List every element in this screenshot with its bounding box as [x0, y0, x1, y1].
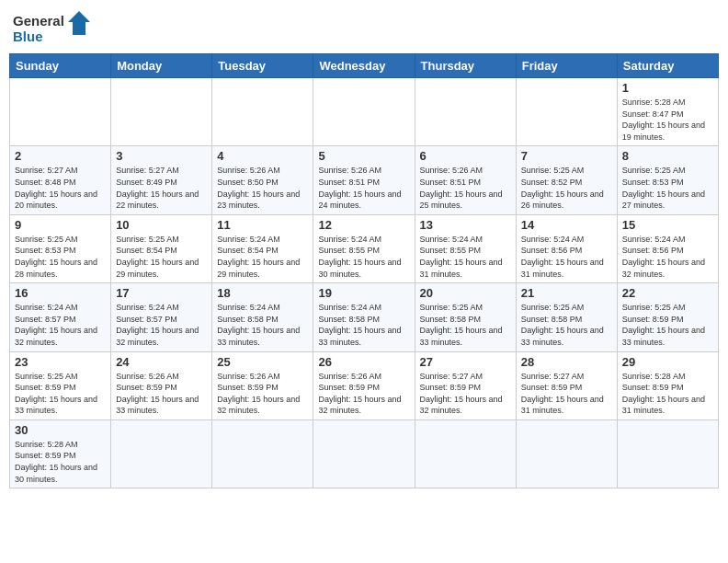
header-saturday: Saturday — [617, 54, 718, 78]
cell-info: Sunrise: 5:24 AM Sunset: 8:58 PM Dayligh… — [217, 302, 308, 348]
calendar-cell — [313, 78, 415, 146]
calendar-cell — [111, 78, 212, 146]
calendar-cell: 26Sunrise: 5:26 AM Sunset: 8:59 PM Dayli… — [313, 351, 415, 419]
calendar-cell: 8Sunrise: 5:25 AM Sunset: 8:53 PM Daylig… — [617, 146, 718, 214]
cell-info: Sunrise: 5:27 AM Sunset: 8:59 PM Dayligh… — [521, 371, 612, 417]
cell-date: 12 — [318, 218, 409, 232]
calendar-cell — [617, 419, 718, 488]
cell-info: Sunrise: 5:26 AM Sunset: 8:59 PM Dayligh… — [116, 371, 207, 417]
cell-info: Sunrise: 5:26 AM Sunset: 8:50 PM Dayligh… — [217, 165, 308, 211]
header: General Blue — [9, 9, 719, 46]
calendar-week-1: 1Sunrise: 5:28 AM Sunset: 8:47 PM Daylig… — [10, 78, 719, 146]
svg-marker-2 — [68, 11, 90, 35]
cell-info: Sunrise: 5:25 AM Sunset: 8:53 PM Dayligh… — [622, 165, 713, 211]
cell-date: 13 — [420, 218, 511, 232]
calendar-cell: 24Sunrise: 5:26 AM Sunset: 8:59 PM Dayli… — [111, 351, 212, 419]
calendar-cell: 1Sunrise: 5:28 AM Sunset: 8:47 PM Daylig… — [617, 78, 718, 146]
calendar-cell: 29Sunrise: 5:28 AM Sunset: 8:59 PM Dayli… — [617, 351, 718, 419]
calendar-cell — [111, 419, 212, 488]
calendar-cell: 3Sunrise: 5:27 AM Sunset: 8:49 PM Daylig… — [111, 146, 212, 214]
calendar-cell: 14Sunrise: 5:24 AM Sunset: 8:56 PM Dayli… — [516, 214, 617, 282]
cell-date: 6 — [420, 149, 511, 163]
cell-info: Sunrise: 5:25 AM Sunset: 8:58 PM Dayligh… — [420, 302, 511, 348]
header-sunday: Sunday — [10, 54, 111, 78]
cell-date: 9 — [15, 218, 106, 232]
cell-info: Sunrise: 5:26 AM Sunset: 8:51 PM Dayligh… — [318, 165, 409, 211]
calendar-cell: 25Sunrise: 5:26 AM Sunset: 8:59 PM Dayli… — [212, 351, 313, 419]
cell-info: Sunrise: 5:24 AM Sunset: 8:55 PM Dayligh… — [420, 234, 511, 280]
header-thursday: Thursday — [415, 54, 516, 78]
cell-info: Sunrise: 5:28 AM Sunset: 8:59 PM Dayligh… — [622, 371, 713, 417]
calendar-cell: 7Sunrise: 5:25 AM Sunset: 8:52 PM Daylig… — [516, 146, 617, 214]
calendar-cell — [212, 419, 313, 488]
cell-info: Sunrise: 5:27 AM Sunset: 8:49 PM Dayligh… — [116, 165, 207, 211]
cell-date: 21 — [521, 286, 612, 300]
calendar-cell: 12Sunrise: 5:24 AM Sunset: 8:55 PM Dayli… — [313, 214, 415, 282]
calendar-week-4: 16Sunrise: 5:24 AM Sunset: 8:57 PM Dayli… — [10, 283, 719, 351]
cell-info: Sunrise: 5:28 AM Sunset: 8:47 PM Dayligh… — [622, 97, 713, 143]
calendar-week-3: 9Sunrise: 5:25 AM Sunset: 8:53 PM Daylig… — [10, 214, 719, 282]
calendar-cell — [516, 78, 617, 146]
calendar-table: Sunday Monday Tuesday Wednesday Thursday… — [9, 53, 719, 488]
calendar-cell: 5Sunrise: 5:26 AM Sunset: 8:51 PM Daylig… — [313, 146, 415, 214]
calendar-cell: 20Sunrise: 5:25 AM Sunset: 8:58 PM Dayli… — [415, 283, 516, 351]
cell-info: Sunrise: 5:27 AM Sunset: 8:59 PM Dayligh… — [420, 371, 511, 417]
cell-info: Sunrise: 5:25 AM Sunset: 8:58 PM Dayligh… — [521, 302, 612, 348]
calendar-week-6: 30Sunrise: 5:28 AM Sunset: 8:59 PM Dayli… — [10, 419, 719, 488]
cell-info: Sunrise: 5:26 AM Sunset: 8:59 PM Dayligh… — [318, 371, 409, 417]
cell-info: Sunrise: 5:28 AM Sunset: 8:59 PM Dayligh… — [15, 439, 106, 485]
cell-date: 20 — [420, 286, 511, 300]
cell-date: 5 — [318, 149, 409, 163]
header-wednesday: Wednesday — [313, 54, 415, 78]
cell-date: 25 — [217, 355, 308, 369]
calendar-cell: 28Sunrise: 5:27 AM Sunset: 8:59 PM Dayli… — [516, 351, 617, 419]
calendar-cell — [415, 419, 516, 488]
calendar-cell: 21Sunrise: 5:25 AM Sunset: 8:58 PM Dayli… — [516, 283, 617, 351]
cell-date: 8 — [622, 149, 713, 163]
logo: General Blue — [13, 9, 96, 46]
cell-info: Sunrise: 5:27 AM Sunset: 8:48 PM Dayligh… — [15, 165, 106, 211]
calendar-cell: 18Sunrise: 5:24 AM Sunset: 8:58 PM Dayli… — [212, 283, 313, 351]
cell-info: Sunrise: 5:25 AM Sunset: 8:52 PM Dayligh… — [521, 165, 612, 211]
calendar-cell: 2Sunrise: 5:27 AM Sunset: 8:48 PM Daylig… — [10, 146, 111, 214]
calendar-cell: 27Sunrise: 5:27 AM Sunset: 8:59 PM Dayli… — [415, 351, 516, 419]
svg-text:Blue: Blue — [13, 29, 43, 44]
calendar-cell: 11Sunrise: 5:24 AM Sunset: 8:54 PM Dayli… — [212, 214, 313, 282]
header-monday: Monday — [111, 54, 212, 78]
calendar-cell: 16Sunrise: 5:24 AM Sunset: 8:57 PM Dayli… — [10, 283, 111, 351]
cell-date: 4 — [217, 149, 308, 163]
cell-date: 10 — [116, 218, 207, 232]
cell-date: 7 — [521, 149, 612, 163]
calendar-week-5: 23Sunrise: 5:25 AM Sunset: 8:59 PM Dayli… — [10, 351, 719, 419]
cell-info: Sunrise: 5:24 AM Sunset: 8:54 PM Dayligh… — [217, 234, 308, 280]
cell-date: 23 — [15, 355, 106, 369]
cell-date: 15 — [622, 218, 713, 232]
cell-date: 3 — [116, 149, 207, 163]
cell-info: Sunrise: 5:25 AM Sunset: 8:53 PM Dayligh… — [15, 234, 106, 280]
cell-date: 28 — [521, 355, 612, 369]
cell-info: Sunrise: 5:24 AM Sunset: 8:57 PM Dayligh… — [15, 302, 106, 348]
calendar-cell: 23Sunrise: 5:25 AM Sunset: 8:59 PM Dayli… — [10, 351, 111, 419]
cell-date: 2 — [15, 149, 106, 163]
cell-info: Sunrise: 5:25 AM Sunset: 8:59 PM Dayligh… — [15, 371, 106, 417]
calendar-cell: 15Sunrise: 5:24 AM Sunset: 8:56 PM Dayli… — [617, 214, 718, 282]
svg-text:General: General — [13, 13, 64, 29]
cell-date: 17 — [116, 286, 207, 300]
cell-info: Sunrise: 5:25 AM Sunset: 8:59 PM Dayligh… — [622, 302, 713, 348]
cell-info: Sunrise: 5:25 AM Sunset: 8:54 PM Dayligh… — [116, 234, 207, 280]
calendar-cell: 17Sunrise: 5:24 AM Sunset: 8:57 PM Dayli… — [111, 283, 212, 351]
cell-date: 18 — [217, 286, 308, 300]
calendar-cell: 9Sunrise: 5:25 AM Sunset: 8:53 PM Daylig… — [10, 214, 111, 282]
calendar-cell — [516, 419, 617, 488]
cell-date: 30 — [15, 423, 106, 437]
logo-svg: General Blue — [13, 9, 96, 46]
cell-date: 24 — [116, 355, 207, 369]
cell-date: 11 — [217, 218, 308, 232]
cell-date: 19 — [318, 286, 409, 300]
calendar-cell: 10Sunrise: 5:25 AM Sunset: 8:54 PM Dayli… — [111, 214, 212, 282]
header-tuesday: Tuesday — [212, 54, 313, 78]
cell-date: 27 — [420, 355, 511, 369]
calendar-cell: 6Sunrise: 5:26 AM Sunset: 8:51 PM Daylig… — [415, 146, 516, 214]
calendar-header-row: Sunday Monday Tuesday Wednesday Thursday… — [10, 54, 719, 78]
calendar-cell — [212, 78, 313, 146]
